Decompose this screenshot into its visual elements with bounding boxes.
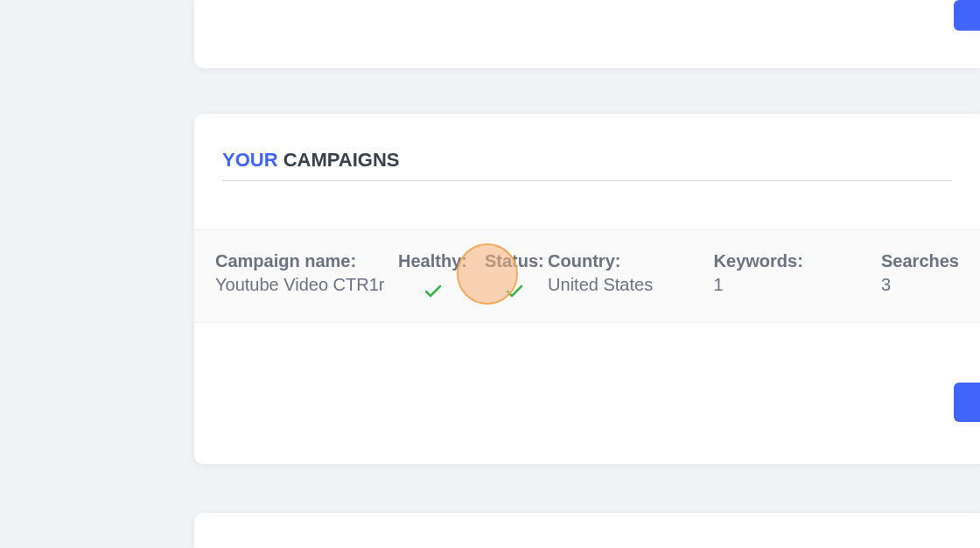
bottom-card [194, 513, 980, 548]
card-header: YOUR CAMPAIGNS [194, 114, 980, 181]
header-healthy: Healthy: [398, 251, 467, 271]
top-card [194, 0, 980, 68]
title-highlight: YOUR [222, 149, 278, 171]
header-keywords: Keywords: [714, 251, 881, 271]
campaigns-card: YOUR CAMPAIGNS Campaign name: Youtube Vi… [194, 114, 980, 464]
header-country: Country: [548, 251, 714, 271]
col-campaign-name: Campaign name: Youtube Video CTR1r [215, 251, 384, 301]
section-title: YOUR CAMPAIGNS [222, 149, 952, 181]
value-country: United States [548, 275, 714, 295]
col-healthy: Healthy: [384, 251, 480, 301]
primary-action-button-partial[interactable] [954, 0, 980, 31]
campaigns-table: Campaign name: Youtube Video CTR1r Healt… [194, 229, 980, 323]
header-status: Status: [485, 251, 544, 271]
header-campaign-name: Campaign name: [215, 251, 384, 271]
col-country: Country: United States [548, 251, 714, 301]
table-row[interactable]: Campaign name: Youtube Video CTR1r Healt… [194, 229, 980, 323]
value-campaign-name: Youtube Video CTR1r [215, 275, 384, 295]
col-status: Status: [481, 251, 549, 301]
title-rest: CAMPAIGNS [278, 149, 400, 171]
campaigns-action-button-partial[interactable] [954, 383, 980, 422]
col-keywords: Keywords: 1 [714, 251, 881, 301]
header-searches: Searches [881, 251, 959, 271]
check-icon [504, 280, 525, 301]
col-searches: Searches 3 [881, 251, 959, 301]
value-searches: 3 [881, 275, 959, 295]
check-icon [423, 280, 444, 301]
value-keywords: 1 [714, 275, 881, 295]
